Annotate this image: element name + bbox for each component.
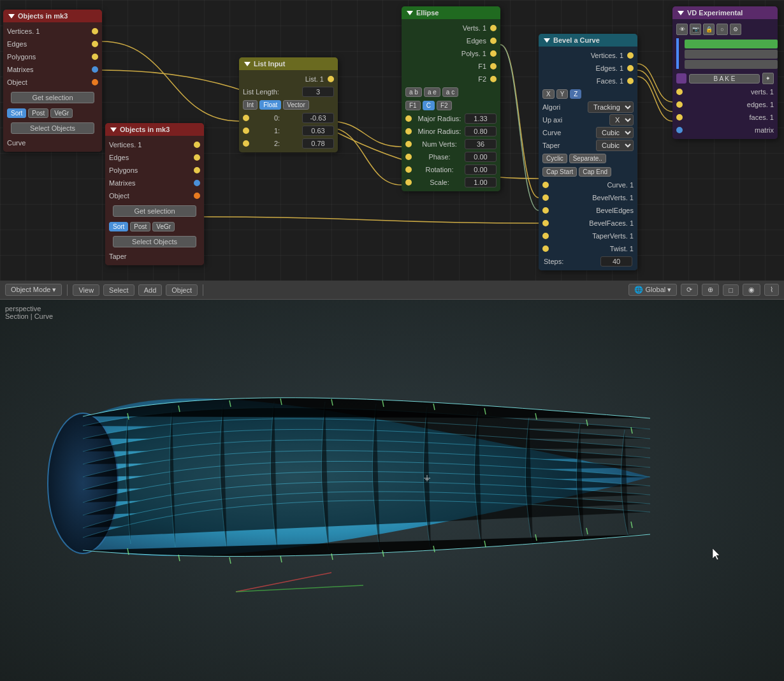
collapse-triangle[interactable] bbox=[8, 14, 15, 18]
major-radius-val[interactable]: 1.33 bbox=[465, 113, 497, 124]
scale-val[interactable]: 1.00 bbox=[465, 177, 497, 187]
cap-start-btn[interactable]: Cap Start bbox=[542, 167, 577, 177]
float-btn[interactable]: Float bbox=[259, 100, 281, 110]
shading-btn[interactable]: ◉ bbox=[743, 284, 760, 296]
upaxis-dropdown[interactable]: X Y Z bbox=[609, 114, 634, 126]
3d-viewport: Object Mode ▾ View Select Add Object 🌐 G… bbox=[0, 281, 784, 681]
collapse-triangle-2[interactable] bbox=[110, 128, 117, 132]
steps-val[interactable]: 40 bbox=[600, 256, 632, 267]
rotation-label: Rotation: bbox=[425, 166, 453, 173]
vertices-socket bbox=[92, 28, 98, 34]
collapse-triangle-6[interactable] bbox=[678, 11, 684, 15]
object-label-b: Object bbox=[109, 192, 129, 200]
list-out-row: List. 1 bbox=[239, 73, 338, 85]
item1-val[interactable]: 0.63 bbox=[302, 126, 334, 136]
taper-verts-in-row: TaperVerts. 1 bbox=[539, 230, 637, 242]
global-btn[interactable]: 🌐 Global ▾ bbox=[628, 284, 677, 296]
vd-bake-icon bbox=[676, 73, 686, 84]
item1-idx: 1: bbox=[274, 127, 280, 135]
f1-btn[interactable]: F1 bbox=[405, 101, 421, 110]
major-radius-label: Major Radius: bbox=[418, 115, 461, 122]
node-list-body: List. 1 List Length: 3 Int Float Vector … bbox=[239, 70, 338, 152]
collapse-triangle-3[interactable] bbox=[244, 62, 250, 66]
transform-tool-2[interactable]: ⊕ bbox=[702, 284, 719, 296]
ellipse-f2-socket bbox=[490, 76, 497, 82]
ac-btn[interactable]: a c bbox=[442, 87, 458, 97]
add-menu[interactable]: Add bbox=[138, 284, 163, 296]
vd-gear-icon[interactable]: ⚙ bbox=[730, 24, 741, 35]
ellipse-f2-label: F2 bbox=[478, 75, 486, 83]
node-row-object-b: Object bbox=[105, 189, 204, 202]
ellipse-verts-out: Verts. 1 bbox=[402, 22, 500, 34]
node-ellipse-header: Ellipse bbox=[402, 6, 500, 19]
taper-type-dropdown[interactable]: Cubic bbox=[596, 140, 634, 151]
minor-radius-val[interactable]: 0.80 bbox=[465, 126, 497, 136]
cap-end-btn[interactable]: Cap End bbox=[579, 167, 611, 177]
num-verts-val[interactable]: 36 bbox=[465, 139, 497, 149]
list-item-0: 0: -0.63 bbox=[239, 112, 338, 124]
curve-type-dropdown[interactable]: Cubic bbox=[596, 127, 634, 138]
view-menu[interactable]: View bbox=[73, 284, 99, 296]
select-objects-bottom[interactable]: Select Objects bbox=[113, 236, 196, 247]
viewport-display-btn[interactable]: □ bbox=[723, 284, 739, 296]
bevel-edges-in-row: BevelEdges bbox=[539, 204, 637, 217]
object-mode-btn[interactable]: Object Mode ▾ bbox=[5, 284, 62, 296]
object-menu[interactable]: Object bbox=[166, 284, 198, 296]
int-btn[interactable]: Int bbox=[243, 100, 258, 110]
overlay-btn[interactable]: ⌇ bbox=[764, 284, 779, 296]
collapse-triangle-5[interactable] bbox=[544, 38, 550, 43]
curve-type-label: Curve bbox=[542, 129, 561, 136]
get-selection-bottom[interactable]: Get selection bbox=[113, 205, 196, 217]
rotation-val[interactable]: 0.00 bbox=[465, 165, 497, 175]
vd-camera-icon[interactable]: 📷 bbox=[690, 24, 701, 35]
curve-in-row: Curve. 1 bbox=[539, 179, 637, 191]
vd-circle-icon[interactable]: ○ bbox=[716, 24, 728, 35]
sort-btn-bottom[interactable]: Sort bbox=[109, 222, 128, 231]
c-btn[interactable]: C bbox=[423, 101, 435, 110]
ellipse-edges-out: Edges bbox=[402, 34, 500, 47]
collapse-triangle-4[interactable] bbox=[407, 11, 413, 15]
upaxis-row: Up axi X Y Z bbox=[539, 113, 637, 126]
separate-btn[interactable]: Separate.. bbox=[569, 154, 606, 163]
sort-post-vegr-row-bottom: Sort Post VeGr bbox=[105, 220, 204, 233]
node-list-input: List Input List. 1 List Length: 3 Int Fl… bbox=[239, 57, 338, 152]
list-length-val[interactable]: 3 bbox=[302, 87, 334, 97]
node-objects-top: Objects in mk3 Vertices. 1 Edges Polygon… bbox=[3, 10, 102, 152]
edges-label-b: Edges bbox=[109, 154, 129, 161]
int-float-vector-row: Int Float Vector bbox=[239, 98, 338, 112]
bake-btn[interactable]: B A K E bbox=[689, 74, 760, 84]
item2-socket bbox=[243, 140, 249, 147]
vegr-btn-top[interactable]: VeGr bbox=[50, 108, 73, 118]
post-btn-top[interactable]: Post bbox=[28, 108, 48, 118]
item2-val[interactable]: 0.78 bbox=[302, 138, 334, 149]
node-objects-bottom-body: Vertices. 1 Edges Polygons Matrixes Obje… bbox=[105, 136, 204, 265]
vd-eye-icon[interactable]: 👁 bbox=[676, 24, 688, 35]
rotation-row: Rotation: 0.00 bbox=[402, 163, 500, 176]
item2-idx: 2: bbox=[274, 140, 280, 147]
phase-val[interactable]: 0.00 bbox=[465, 152, 497, 162]
select-menu[interactable]: Select bbox=[103, 284, 134, 296]
post-btn-bottom[interactable]: Post bbox=[130, 222, 150, 231]
ae-btn[interactable]: a e bbox=[424, 87, 440, 97]
select-objects-top[interactable]: Select Objects bbox=[11, 122, 94, 134]
vector-btn[interactable]: Vector bbox=[283, 100, 309, 110]
sort-btn-top[interactable]: Sort bbox=[7, 108, 26, 118]
ab-btn[interactable]: a b bbox=[405, 87, 422, 97]
x-btn[interactable]: X bbox=[542, 89, 555, 99]
vd-settings-icon[interactable]: ✦ bbox=[762, 73, 774, 84]
node-bevel-curve: Bevel a Curve Vertices. 1 Edges. 1 Faces… bbox=[539, 34, 637, 270]
list-length-row: List Length: 3 bbox=[239, 85, 338, 98]
bevel-verts-in-socket bbox=[542, 194, 549, 201]
vegr-btn-bottom[interactable]: VeGr bbox=[152, 222, 175, 231]
cyclic-btn[interactable]: Cyclic bbox=[542, 154, 567, 163]
transform-tool-1[interactable]: ⟳ bbox=[681, 284, 698, 296]
z-btn[interactable]: Z bbox=[570, 89, 581, 99]
item0-val[interactable]: -0.63 bbox=[302, 113, 334, 123]
vd-lock-icon[interactable]: 🔒 bbox=[703, 24, 715, 35]
y-btn[interactable]: Y bbox=[556, 89, 569, 99]
get-selection-top[interactable]: Get selection bbox=[11, 92, 94, 103]
f2-btn[interactable]: F2 bbox=[437, 101, 452, 110]
matrixes-label-b: Matrixes bbox=[109, 179, 136, 187]
list-out-socket bbox=[328, 76, 334, 82]
algori-dropdown[interactable]: Tracking bbox=[588, 101, 634, 113]
